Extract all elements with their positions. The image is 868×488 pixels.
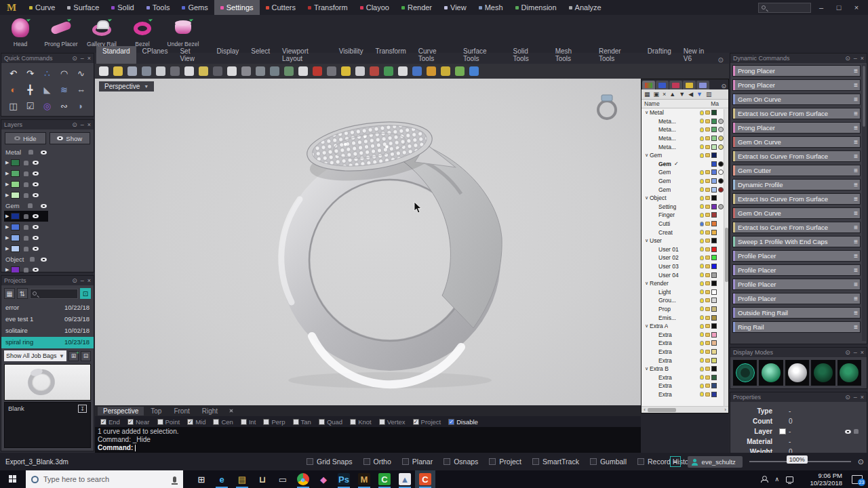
panel-close-icon[interactable]: × [87,277,91,284]
layer-color-swatch[interactable] [711,204,717,209]
bulb-icon[interactable] [700,119,704,123]
lock-icon[interactable] [705,230,710,235]
layer-tree-row[interactable]: ∨ Metal ✓ [642,108,724,117]
bulb-icon[interactable] [700,315,704,320]
display-mode-button[interactable] [837,360,861,386]
lock-icon[interactable] [24,268,28,272]
toolbar-tab[interactable]: Solid Tools [507,46,549,64]
layer-color-swatch[interactable] [711,221,717,226]
checkbox[interactable]: ✓ [187,419,193,425]
status-toggle[interactable]: Osnaps [443,458,478,466]
project-row[interactable]: spiral ring 10/23/18 [1,337,94,348]
bulb-icon[interactable] [700,213,704,218]
checkbox[interactable] [363,458,370,465]
eye-icon[interactable] [33,182,39,186]
taskbar-app-button[interactable]: ⊔ [252,470,273,488]
taskbar-app-button[interactable]: ▲ [395,470,415,488]
bulb-icon[interactable] [700,256,704,260]
show-button[interactable]: Show [50,132,91,144]
layer-tree-row[interactable]: ∨ Extra ✓ [642,382,724,390]
link-project-button[interactable]: ⊡ [80,288,91,299]
bulb-icon[interactable] [700,170,704,175]
toolbar-icon[interactable] [455,66,465,76]
layer-color-swatch[interactable] [711,110,717,115]
menu-icon[interactable]: ≡ [854,152,860,160]
toolbar-tab[interactable]: Mesh Tools [549,46,593,64]
export-icon[interactable]: ↧ [78,405,87,413]
taskbar-app-button[interactable]: ● [293,470,313,488]
menu-icon[interactable]: ≡ [854,110,860,117]
toolbar-icon[interactable] [170,66,180,76]
menu-icon[interactable]: ≡ [854,181,860,188]
start-button[interactable] [0,470,26,488]
menu-icon[interactable]: ≡ [854,238,860,245]
toolbar-icon[interactable] [256,66,265,76]
menu-icon[interactable]: ≡ [854,252,860,260]
layer-color-swatch[interactable] [711,298,717,303]
viewport-title-tab[interactable]: Perspective▼ [99,81,154,92]
layer-color-swatch[interactable] [711,323,717,329]
lock-icon[interactable] [705,127,710,131]
people-icon[interactable] [761,476,768,483]
dynamic-command-item[interactable]: Prong Placer ≡ [732,79,861,91]
checkbox[interactable]: ✓ [350,419,356,425]
layer-tree-row[interactable]: ∨ Meta... ✓ [642,117,724,126]
play-icon[interactable]: ▶ [5,235,9,241]
lock-icon[interactable] [705,290,710,294]
property-value[interactable]: - [779,438,791,445]
chevron-down-icon[interactable]: ∨ [644,366,650,371]
dynamic-command-item[interactable]: Profile Placer ≡ [732,293,861,304]
layer-tree-row[interactable]: ∨ Gem ✓ [642,177,724,186]
layer-tree-row[interactable]: ∨ Extra A ✓ [642,322,724,331]
layer-tree-row[interactable]: ∨ Object ✓ [642,194,724,203]
viewport-tab[interactable]: Top [145,407,167,415]
layer-tree-row[interactable]: ∨ Cutti ✓ [642,220,724,228]
lock-icon[interactable] [24,182,28,187]
scrollbar-thumb[interactable] [648,408,676,412]
toolbar-tab[interactable]: Surface Tools [457,46,507,64]
material-swatch[interactable] [718,127,724,132]
panel-tab[interactable] [669,81,682,89]
panel-close-icon[interactable]: × [861,349,864,356]
taskbar-app-button[interactable]: ◆ [313,470,334,488]
dynamic-command-item[interactable]: Extract Iso Curve From Surface ≡ [732,222,861,233]
menu-icon[interactable]: ≡ [854,281,860,288]
layer-tree-row[interactable]: ∨ Light ✓ [642,287,724,296]
project-row[interactable]: solitaire 10/02/18 [1,325,94,337]
osnap-toggle[interactable]: ✓ Vertex [379,418,406,426]
menu-item[interactable]: Mesh [473,0,509,15]
layer-tree-row[interactable]: ∨ Extra B ✓ [642,365,724,373]
osnap-toggle[interactable]: ✓ Cen [213,418,233,426]
toolbar-tab[interactable]: Standard [96,46,136,64]
bulb-icon[interactable] [700,272,704,277]
toolbar-gear-icon[interactable]: ⊙ [718,56,724,64]
vertical-scrollbar[interactable] [724,109,728,406]
toolbar-tab[interactable]: Visibility [333,46,370,64]
layer-row[interactable]: ▶ [4,232,48,243]
toolbar-tab[interactable]: Display [210,46,245,64]
status-toggle[interactable]: SmartTrack [532,458,579,466]
menu-item[interactable]: Render [395,0,438,15]
tree-header[interactable]: Name Ma [642,100,728,108]
osnap-toggle[interactable]: ✓ Int [241,418,256,426]
bulb-icon[interactable] [700,136,704,141]
toolbar-tab[interactable]: CPlanes [136,46,174,64]
panel-close-icon[interactable]: × [87,121,91,128]
toolbar-icon[interactable] [313,66,322,76]
lock-icon[interactable] [705,145,710,149]
panel-close-icon[interactable]: × [861,55,864,62]
lock-icon[interactable] [705,119,710,123]
bulb-icon[interactable] [700,306,704,311]
taskbar-app-button[interactable]: C [415,470,435,488]
menu-icon[interactable]: ≡ [854,195,860,203]
play-icon[interactable]: ▶ [5,192,9,198]
scrollbar-thumb[interactable] [725,228,728,282]
bulb-icon[interactable] [700,281,704,286]
layer-color-swatch[interactable] [711,306,717,312]
layer-row[interactable]: ▶ [4,190,48,201]
new-viewport-icon[interactable] [227,407,235,414]
panel-gear-icon[interactable]: ⊙ [845,55,850,62]
dynamic-command-item[interactable]: Gem On Curve ≡ [732,94,861,105]
bulb-icon[interactable] [700,153,704,158]
lock-icon[interactable] [854,429,859,434]
